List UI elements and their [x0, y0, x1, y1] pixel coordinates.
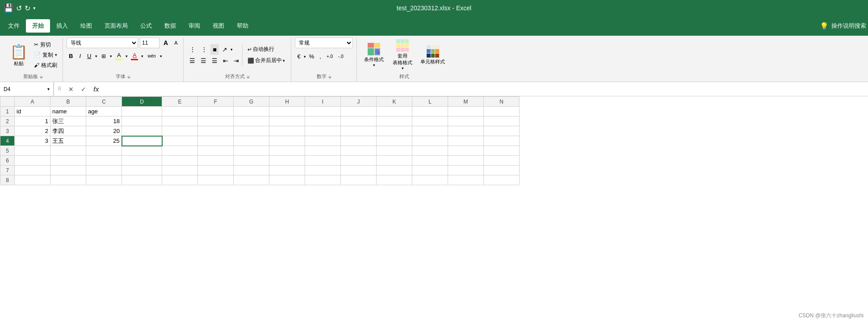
cell-N2[interactable]: [484, 116, 520, 126]
cell-J3[interactable]: [341, 126, 377, 136]
cell-H3[interactable]: [269, 126, 305, 136]
cell-M8[interactable]: [448, 175, 484, 185]
cell-C8[interactable]: [86, 175, 122, 185]
font-family-select[interactable]: 等线: [67, 37, 138, 48]
fill-color-dropdown-icon[interactable]: ▾: [126, 54, 128, 58]
insert-function-button[interactable]: fx: [90, 86, 102, 93]
corner-cell[interactable]: [0, 97, 15, 107]
cell-G5[interactable]: [234, 146, 269, 156]
col-header-B[interactable]: B: [50, 97, 86, 107]
cell-F3[interactable]: [198, 126, 234, 136]
cell-F2[interactable]: [198, 116, 234, 126]
cell-H5[interactable]: [269, 146, 305, 156]
row-header-4[interactable]: 4: [0, 136, 15, 146]
percent-button[interactable]: %: [307, 52, 317, 61]
cell-K1[interactable]: [377, 107, 412, 116]
merge-cells-button[interactable]: ⬛ 合并后居中 ▾: [245, 55, 287, 66]
cell-M1[interactable]: [448, 107, 484, 116]
decrease-indent-button[interactable]: ⇤: [221, 56, 231, 66]
col-header-L[interactable]: L: [412, 97, 448, 107]
cell-H7[interactable]: [269, 166, 305, 175]
cell-J1[interactable]: [341, 107, 377, 116]
align-middle-button[interactable]: ⋮: [199, 44, 210, 55]
col-header-I[interactable]: I: [305, 97, 341, 107]
align-left-button[interactable]: ☰: [187, 56, 197, 66]
cell-C7[interactable]: [86, 166, 122, 175]
conditional-format-button[interactable]: ≠ 条件格式 ▾: [361, 41, 387, 69]
align-center-button[interactable]: ☰: [198, 56, 209, 66]
cell-N8[interactable]: [484, 175, 520, 185]
cell-A7[interactable]: [15, 166, 50, 175]
col-header-D[interactable]: D: [122, 97, 162, 107]
cell-H4[interactable]: [269, 136, 305, 146]
col-header-K[interactable]: K: [377, 97, 412, 107]
menu-review[interactable]: 审阅: [182, 19, 206, 33]
cell-F7[interactable]: [198, 166, 234, 175]
cell-I3[interactable]: [305, 126, 341, 136]
menu-layout[interactable]: 页面布局: [98, 19, 134, 33]
cell-K3[interactable]: [377, 126, 412, 136]
redo-icon[interactable]: ↻: [25, 4, 30, 12]
table-format-button[interactable]: 套用表格格式 ▾: [389, 37, 416, 72]
cell-J2[interactable]: [341, 116, 377, 126]
cell-L5[interactable]: [412, 146, 448, 156]
row-header-3[interactable]: 3: [0, 126, 15, 136]
number-expand-icon[interactable]: ⬙: [328, 75, 331, 79]
cell-M3[interactable]: [448, 126, 484, 136]
row-header-6[interactable]: 6: [0, 156, 15, 166]
menu-data[interactable]: 数据: [158, 19, 182, 33]
cell-C5[interactable]: [86, 146, 122, 156]
cell-L4[interactable]: [412, 136, 448, 146]
cell-F5[interactable]: [198, 146, 234, 156]
cell-reference-input[interactable]: [4, 86, 47, 92]
cell-A3[interactable]: 2: [15, 126, 50, 136]
cell-C6[interactable]: [86, 156, 122, 166]
cell-G3[interactable]: [234, 126, 269, 136]
format-painter-button[interactable]: 🖌 格式刷: [32, 61, 59, 70]
col-header-N[interactable]: N: [484, 97, 520, 107]
cell-A2[interactable]: 1: [15, 116, 50, 126]
search-label[interactable]: 操作说明搜索: [831, 22, 866, 30]
cell-M6[interactable]: [448, 156, 484, 166]
cell-D8[interactable]: [122, 175, 162, 185]
alignment-expand-icon[interactable]: ⬙: [247, 75, 250, 79]
cancel-formula-button[interactable]: ✕: [65, 86, 77, 93]
align-right-button[interactable]: ☰: [210, 56, 220, 66]
cell-E8[interactable]: [162, 175, 198, 185]
border-button[interactable]: ⊞: [99, 52, 108, 61]
cell-J7[interactable]: [341, 166, 377, 175]
menu-home[interactable]: 开始: [26, 19, 50, 33]
cell-J8[interactable]: [341, 175, 377, 185]
cell-E2[interactable]: [162, 116, 198, 126]
cell-J4[interactable]: [341, 136, 377, 146]
cell-I7[interactable]: [305, 166, 341, 175]
cell-N6[interactable]: [484, 156, 520, 166]
cell-E7[interactable]: [162, 166, 198, 175]
underline-button[interactable]: U: [85, 51, 93, 61]
cell-E3[interactable]: [162, 126, 198, 136]
cell-F4[interactable]: [198, 136, 234, 146]
cell-D7[interactable]: [122, 166, 162, 175]
number-format-select[interactable]: 常规: [295, 37, 353, 48]
cell-E6[interactable]: [162, 156, 198, 166]
menu-formula[interactable]: 公式: [134, 19, 158, 33]
row-header-2[interactable]: 2: [0, 116, 15, 126]
orientation-dropdown-icon[interactable]: ▾: [231, 44, 233, 55]
row-header-7[interactable]: 7: [0, 166, 15, 175]
italic-button[interactable]: I: [77, 51, 83, 61]
decrease-decimal-button[interactable]: -.0: [336, 53, 346, 60]
row-header-5[interactable]: 5: [0, 146, 15, 156]
decrease-font-button[interactable]: A: [172, 39, 180, 47]
align-active-button[interactable]: ■: [210, 44, 218, 55]
col-header-H[interactable]: H: [269, 97, 305, 107]
cell-L3[interactable]: [412, 126, 448, 136]
phonetic-button[interactable]: wén: [145, 52, 158, 60]
cell-I1[interactable]: [305, 107, 341, 116]
undo-icon[interactable]: ↺: [16, 4, 22, 12]
orientation-button[interactable]: ↗: [220, 44, 230, 55]
cell-M2[interactable]: [448, 116, 484, 126]
cell-L2[interactable]: [412, 116, 448, 126]
cell-M7[interactable]: [448, 166, 484, 175]
font-size-input[interactable]: [140, 37, 159, 48]
cell-I4[interactable]: [305, 136, 341, 146]
